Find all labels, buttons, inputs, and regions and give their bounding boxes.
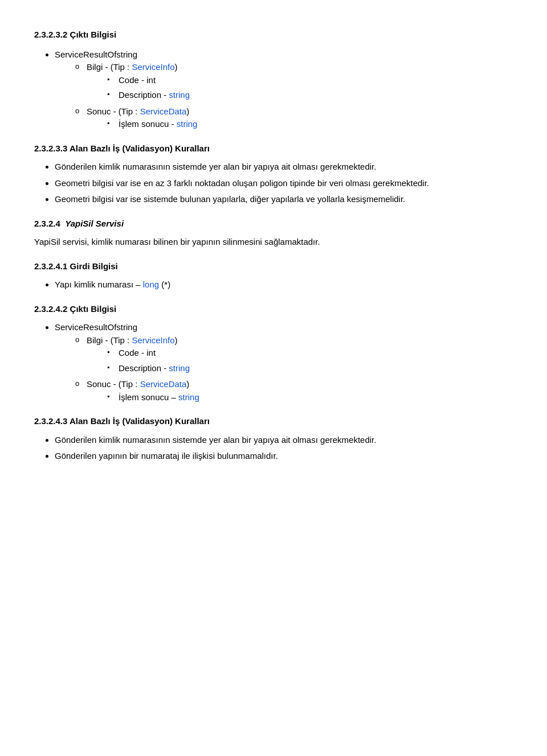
service-result-list-1: ServiceResultOfstring Bilgi - (Tip : Ser… xyxy=(55,48,513,131)
girdi-item-1: Yapı kimlik numarası – long (*) xyxy=(55,278,513,291)
islem-item-2: İşlem sonucu – string xyxy=(107,391,513,404)
heading-2-3-2-4: 2.3.2.4 YapiSil Servisi xyxy=(34,217,513,231)
bilgi-circle-list-1: Bilgi - (Tip : ServiceInfo) Code - int D… xyxy=(75,61,513,131)
validation-list-2: Gönderilen kimlik numarasının sistemde y… xyxy=(55,434,513,463)
islem-item-1: İşlem sonucu - string xyxy=(107,118,513,131)
description-type-link-2[interactable]: string xyxy=(169,363,190,373)
servicedata-link-1[interactable]: ServiceData xyxy=(140,106,187,116)
section-2-3-2-4-3: 2.3.2.4.3 Alan Bazlı İş (Validasyon) Kur… xyxy=(34,415,513,463)
section-2-3-2-4: 2.3.2.4 YapiSil Servisi YapiSil servisi,… xyxy=(34,217,513,249)
validation-item-1-1: Gönderilen kimlik numarasının sistemde y… xyxy=(55,161,513,174)
islem-type-link-1[interactable]: string xyxy=(177,119,198,129)
bilgi-circle-list-2: Bilgi - (Tip : ServiceInfo) Code - int D… xyxy=(75,334,513,404)
service-result-item-2: ServiceResultOfstring Bilgi - (Tip : Ser… xyxy=(55,321,513,404)
validation-item-2-2: Gönderilen yapının bir numarataj ile ili… xyxy=(55,450,513,463)
heading-2-3-2-3-2: 2.3.2.3.2 Çıktı Bilgisi xyxy=(34,28,513,42)
bilgi-item-1: Bilgi - (Tip : ServiceInfo) Code - int D… xyxy=(75,61,513,102)
validation-list-1: Gönderilen kimlik numarasının sistemde y… xyxy=(55,161,513,206)
description-type-link-1[interactable]: string xyxy=(169,90,190,100)
description-item-2: Description - string xyxy=(107,362,513,375)
serviceinfo-link-2[interactable]: ServiceInfo xyxy=(132,335,174,345)
section-2-3-2-3-2: 2.3.2.3.2 Çıktı Bilgisi ServiceResultOfs… xyxy=(34,28,513,131)
bilgi-item-2: Bilgi - (Tip : ServiceInfo) Code - int D… xyxy=(75,334,513,375)
sonuc-item-1: Sonuc - (Tip : ServiceData) İşlem sonucu… xyxy=(75,105,513,131)
servicedata-link-2[interactable]: ServiceData xyxy=(140,379,187,389)
code-item-1: Code - int xyxy=(107,74,513,87)
validation-item-2-1: Gönderilen kimlik numarasının sistemde y… xyxy=(55,434,513,447)
yapisil-description: YapiSil servisi, kimlik numarası bilinen… xyxy=(34,236,513,249)
long-type-link[interactable]: long xyxy=(143,280,159,289)
code-item-2: Code - int xyxy=(107,347,513,360)
sonuc-item-2: Sonuc - (Tip : ServiceData) İşlem sonucu… xyxy=(75,378,513,404)
service-result-list-2: ServiceResultOfstring Bilgi - (Tip : Ser… xyxy=(55,321,513,404)
islem-list-1: İşlem sonucu - string xyxy=(107,118,513,131)
heading-2-3-2-3-3: 2.3.2.3.3 Alan Bazlı İş (Validasyon) Kur… xyxy=(34,142,513,155)
serviceinfo-link-1[interactable]: ServiceInfo xyxy=(132,62,174,72)
validation-item-1-2: Geometri bilgisi var ise en az 3 farklı … xyxy=(55,177,513,190)
code-desc-list-2: Code - int Description - string xyxy=(107,347,513,375)
heading-2-3-2-4-1: 2.3.2.4.1 Girdi Bilgisi xyxy=(34,260,513,273)
section-2-3-2-3-3: 2.3.2.3.3 Alan Bazlı İş (Validasyon) Kur… xyxy=(34,142,513,206)
heading-2-3-2-4-3: 2.3.2.4.3 Alan Bazlı İş (Validasyon) Kur… xyxy=(34,415,513,428)
heading-2-3-2-4-2: 2.3.2.4.2 Çıktı Bilgisi xyxy=(34,303,513,316)
islem-list-2: İşlem sonucu – string xyxy=(107,391,513,404)
islem-type-link-2[interactable]: string xyxy=(178,392,199,402)
code-desc-list-1: Code - int Description - string xyxy=(107,74,513,102)
section-2-3-2-4-1: 2.3.2.4.1 Girdi Bilgisi Yapı kimlik numa… xyxy=(34,260,513,291)
validation-item-1-3: Geometri bilgisi var ise sistemde buluna… xyxy=(55,193,513,206)
description-item-1: Description - string xyxy=(107,89,513,102)
girdi-list: Yapı kimlik numarası – long (*) xyxy=(55,278,513,291)
section-2-3-2-4-2: 2.3.2.4.2 Çıktı Bilgisi ServiceResultOfs… xyxy=(34,303,513,404)
service-result-item-1: ServiceResultOfstring Bilgi - (Tip : Ser… xyxy=(55,48,513,131)
